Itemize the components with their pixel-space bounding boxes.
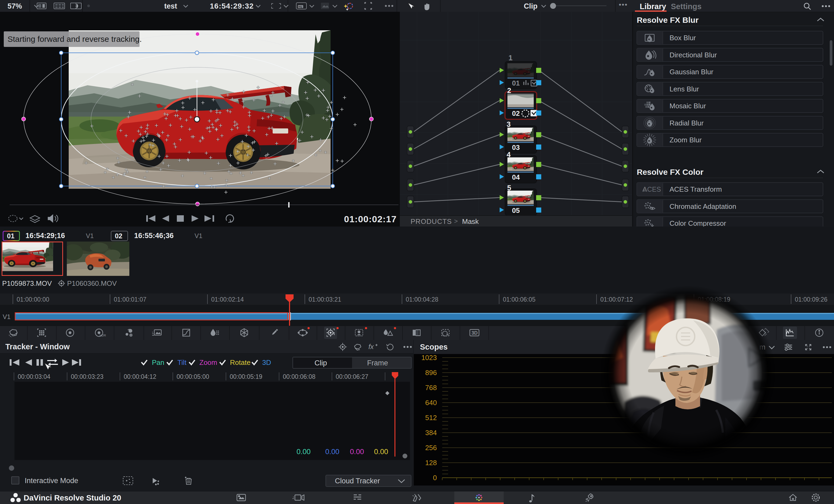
svg-text:01:00:06:05: 01:00:06:05 — [503, 296, 535, 303]
svg-text:1023: 1023 — [421, 354, 437, 362]
svg-text:00:00:04:12: 00:00:04:12 — [124, 373, 156, 380]
svg-text:02: 02 — [512, 109, 520, 117]
svg-text:4: 4 — [507, 151, 511, 159]
svg-text:Zoom Blur: Zoom Blur — [670, 136, 702, 144]
svg-text:Tilt: Tilt — [177, 359, 186, 366]
svg-text:Rotate: Rotate — [230, 359, 250, 366]
svg-text:1: 1 — [508, 54, 512, 62]
svg-text:Zoom: Zoom — [199, 359, 217, 366]
svg-text:01:00:04:28: 01:00:04:28 — [406, 296, 438, 303]
svg-text:05: 05 — [512, 206, 520, 214]
svg-text:01:00:02:14: 01:00:02:14 — [211, 296, 244, 303]
svg-text:Color Compressor: Color Compressor — [670, 219, 726, 227]
svg-text:fx: fx — [369, 343, 374, 350]
svg-text:00:00:05:00: 00:00:05:00 — [177, 373, 209, 380]
svg-text:3: 3 — [507, 120, 511, 129]
svg-text:01: 01 — [512, 79, 520, 87]
svg-text:5: 5 — [507, 184, 511, 192]
svg-text:Radial Blur: Radial Blur — [670, 119, 704, 127]
svg-text:01:00:09:26: 01:00:09:26 — [795, 296, 828, 303]
svg-text:01:00:03:21: 01:00:03:21 — [309, 296, 341, 303]
svg-text:Pan: Pan — [152, 359, 164, 366]
svg-text:512: 512 — [425, 414, 437, 422]
svg-text:00:00:03:23: 00:00:03:23 — [71, 373, 104, 380]
svg-text:Chromatic Adaptation: Chromatic Adaptation — [670, 202, 736, 210]
svg-text:01:00:01:07: 01:00:01:07 — [114, 296, 147, 303]
svg-text:HDR: HDR — [100, 334, 106, 337]
svg-text:Gaussian Blur: Gaussian Blur — [670, 68, 714, 76]
svg-text:3D: 3D — [471, 330, 478, 336]
svg-text:00:00:06:27: 00:00:06:27 — [336, 373, 369, 380]
svg-text:Directional Blur: Directional Blur — [670, 51, 717, 59]
svg-text:384: 384 — [425, 429, 437, 437]
svg-text:Mosaic Blur: Mosaic Blur — [670, 102, 706, 110]
svg-text:3D: 3D — [262, 359, 271, 366]
svg-text:00:00:05:19: 00:00:05:19 — [230, 373, 262, 380]
svg-text:2: 2 — [507, 87, 511, 95]
svg-text:640: 640 — [425, 399, 437, 407]
svg-text:128: 128 — [425, 459, 437, 467]
svg-text:00:00:06:08: 00:00:06:08 — [283, 373, 315, 380]
svg-text:HQ: HQ — [299, 5, 302, 8]
svg-text:00:00:03:04: 00:00:03:04 — [18, 373, 50, 380]
svg-text:01:00:00:00: 01:00:00:00 — [17, 296, 49, 303]
svg-text:04: 04 — [512, 173, 520, 181]
svg-text:256: 256 — [425, 444, 437, 452]
svg-text:Lens Blur: Lens Blur — [670, 85, 699, 93]
svg-text:03: 03 — [512, 143, 520, 152]
svg-text:ACES Transform: ACES Transform — [670, 185, 722, 193]
svg-text:0: 0 — [433, 474, 437, 482]
svg-text:896: 896 — [425, 369, 437, 377]
svg-text:768: 768 — [425, 384, 437, 392]
svg-text:Box Blur: Box Blur — [670, 34, 696, 42]
